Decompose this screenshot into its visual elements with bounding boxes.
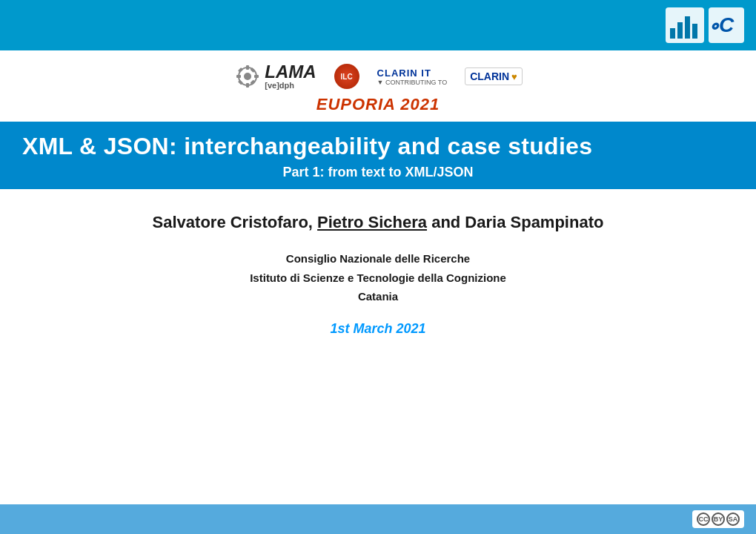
authors-prefix: Salvatore Cristofaro, — [153, 213, 318, 231]
svg-rect-3 — [246, 83, 249, 88]
cc-license-badge: CC BY SA — [692, 510, 744, 528]
clarin-c-symbol: ⃘C — [719, 15, 734, 36]
cnr-logo — [666, 7, 704, 43]
top-bar: ⃘C — [0, 0, 756, 50]
partner-logos-row: LAMA [ve]dph ILC CLARIN IT ▼ CONTRIBUTIN… — [0, 50, 756, 95]
clarin-eu-logo: CLARIN ♥ — [465, 67, 523, 85]
authors-suffix: and Daria Spampinato — [427, 213, 603, 231]
rose-circle: ILC — [334, 64, 359, 89]
author-underlined: Pietro Sichera — [317, 213, 427, 231]
svg-rect-6 — [238, 67, 243, 73]
title-band: XML & JSON: interchangeability and case … — [0, 122, 756, 189]
clarin-it-label: CLARIN IT — [377, 67, 431, 79]
top-bar-logos: ⃘C — [666, 7, 744, 43]
svg-rect-4 — [236, 75, 241, 78]
cc-icon: CC — [697, 512, 710, 526]
institution-block: Consiglio Nazionale delle Ricerche Istit… — [44, 249, 712, 306]
clarin-eu-text: CLARIN — [470, 70, 509, 82]
sa-icon: SA — [726, 512, 740, 526]
veldph-text: [ve]dph — [265, 81, 294, 90]
svg-rect-2 — [246, 65, 249, 70]
rose-logo: ILC — [334, 64, 359, 89]
date-text: 1st March 2021 — [44, 321, 712, 337]
lama-group: LAMA [ve]dph — [265, 63, 316, 90]
main-content: Salvatore Cristofaro, Pietro Sichera and… — [0, 189, 756, 351]
lama-text: LAMA — [265, 63, 316, 81]
clarin-logo: ⃘C — [709, 7, 744, 43]
institution-line1: Consiglio Nazionale delle Ricerche — [44, 249, 712, 268]
by-icon: BY — [712, 512, 725, 526]
clarin-eu-symbol: ♥ — [511, 71, 517, 82]
main-title: XML & JSON: interchangeability and case … — [22, 132, 734, 160]
ilc-cnr-logo: LAMA [ve]dph — [233, 62, 316, 90]
institution-line2: Istituto di Scienze e Tecnologie della C… — [44, 268, 712, 288]
authors-line: Salvatore Cristofaro, Pietro Sichera and… — [44, 211, 712, 234]
svg-point-1 — [244, 73, 251, 80]
bottom-bar: CC BY SA — [0, 504, 756, 534]
institution-line3: Catania — [44, 287, 712, 306]
svg-rect-5 — [254, 75, 259, 78]
clarin-it-logo: CLARIN IT ▼ CONTRIBUTING TO — [377, 67, 448, 86]
euporia-title: EUPORIA 2021 — [316, 92, 440, 122]
gear-icon — [233, 62, 262, 90]
euporia-section: EUPORIA 2021 — [0, 95, 756, 122]
clarin-it-sub: ▼ CONTRIBUTING TO — [377, 79, 448, 86]
sub-title: Part 1: from text to XML/JSON — [22, 165, 734, 182]
